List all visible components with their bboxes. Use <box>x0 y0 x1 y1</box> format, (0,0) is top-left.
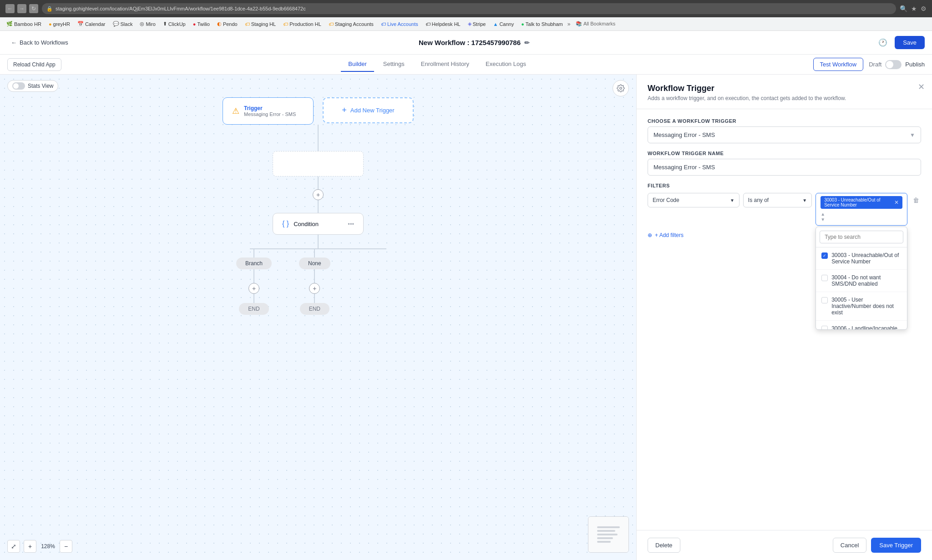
canvas-settings-icon[interactable] <box>613 80 629 96</box>
reload-child-app-btn[interactable]: Reload Child App <box>7 58 61 71</box>
tabs-right-section: Test Workflow Draft Publish <box>813 58 925 71</box>
bookmark-item[interactable]: 🌿 Bamboo HR <box>4 20 44 28</box>
delete-filter-btn[interactable]: 🗑 <box>911 193 921 207</box>
bookmark-item[interactable]: ● Talk to Shubham <box>518 20 566 28</box>
dropdown-option-1[interactable]: 30004 - Do not want SMS/DND enabled <box>816 270 907 292</box>
stepper-up-icon[interactable]: ▲ <box>821 212 825 217</box>
publish-toggle-group: Draft Publish <box>869 60 925 69</box>
bookmark-item[interactable]: 🏷 Helpdesk HL <box>423 20 463 28</box>
zoom-in-btn[interactable]: + <box>24 540 36 553</box>
v-line-2 <box>318 177 319 189</box>
stats-view-toggle[interactable]: Stats View <box>7 80 58 92</box>
stats-toggle-knob <box>13 83 19 89</box>
bookmark-item[interactable]: ● greyHR <box>46 20 73 28</box>
stats-toggle-switch <box>12 82 25 90</box>
bookmark-item[interactable]: ▲ Canny <box>490 20 517 28</box>
condition-node[interactable]: { } Condition ••• <box>273 213 364 235</box>
add-node-btn[interactable]: + <box>313 189 324 200</box>
bookmark-item[interactable]: ◈ Stripe <box>465 20 489 28</box>
test-workflow-btn[interactable]: Test Workflow <box>813 58 864 71</box>
dropdown-option-3[interactable]: 30006 - Landline/Incapable to <box>816 321 907 329</box>
all-bookmarks[interactable]: 📚 All Bookmarks <box>576 21 615 27</box>
canvas-zoom-controls: ⤢ + 128% − <box>7 540 72 553</box>
delete-trigger-btn[interactable]: Delete <box>648 538 680 553</box>
browser-back-btn[interactable]: ← <box>5 4 15 13</box>
filter-col-2: Is any of ▼ <box>743 193 812 207</box>
bookmark-item[interactable]: 🏷 Production HL <box>280 20 324 28</box>
canvas-area[interactable]: Stats View ⚠ Trigger Mess <box>0 75 636 560</box>
tag-input-area[interactable]: 30003 - Unreachable/Out of Service Numbe… <box>816 193 907 226</box>
filter-value-col: 30003 - Unreachable/Out of Service Numbe… <box>816 193 907 226</box>
cancel-btn[interactable]: Cancel <box>833 538 866 553</box>
none-col: None + END <box>299 248 330 315</box>
bookmark-item[interactable]: 💬 Slack <box>110 20 136 28</box>
panel-subtitle: Adds a workflow trigger, and on executio… <box>648 95 921 101</box>
publish-toggle[interactable] <box>885 60 902 69</box>
option-checkbox-1[interactable] <box>821 275 828 281</box>
bookmark-item[interactable]: ⬆ ClickUp <box>160 20 188 28</box>
filter-row: Error Code ▼ Is any of ▼ <box>648 193 921 226</box>
bookmarks-overflow[interactable]: » <box>567 21 571 27</box>
dropdown-option-2[interactable]: 30005 - User Inactive/Number does not ex… <box>816 292 907 321</box>
tab-execution-logs[interactable]: Execution Logs <box>478 57 533 72</box>
zoom-out-btn[interactable]: − <box>60 540 72 553</box>
bookmark-item[interactable]: 🏷 Staging HL <box>242 20 279 28</box>
save-trigger-btn[interactable]: Save Trigger <box>871 538 921 553</box>
tabs-bar: Reload Child App Builder Settings Enroll… <box>0 55 932 75</box>
back-arrow-icon: ← <box>11 39 17 46</box>
edit-title-icon[interactable]: ✏ <box>524 39 530 46</box>
stepper-arrows[interactable]: ▲ ▼ <box>821 212 825 222</box>
filter-search-input[interactable] <box>820 231 903 243</box>
trigger-node[interactable]: ⚠ Trigger Messaging Error - SMS <box>223 97 314 125</box>
dropdown-option-0[interactable]: ✓ 30003 - Unreachable/Out of Service Num… <box>816 247 907 270</box>
chevron-down-icon: ▼ <box>730 198 734 203</box>
bookmark-item[interactable]: ● Twilio <box>190 20 213 28</box>
browser-fwd-btn[interactable]: → <box>17 4 26 13</box>
stepper-down-icon[interactable]: ▼ <box>821 217 825 222</box>
browser-reload-btn[interactable]: ↻ <box>29 4 38 13</box>
nav-right: 🕐 Save <box>876 36 925 49</box>
option-checkbox-0[interactable]: ✓ <box>821 252 828 259</box>
add-trigger-node[interactable]: + Add New Trigger <box>323 97 414 123</box>
search-icon[interactable]: 🔍 <box>900 5 907 12</box>
history-btn[interactable]: 🕐 <box>876 36 889 49</box>
option-checkbox-3[interactable] <box>821 326 828 329</box>
bookmark-item[interactable]: 📅 Calendar <box>75 20 108 28</box>
error-code-select[interactable]: Error Code ▼ <box>648 193 740 207</box>
expand-btn[interactable]: ⤢ <box>7 540 20 553</box>
branch-label[interactable]: Branch <box>236 257 272 269</box>
extension-icon[interactable]: ⚙ <box>921 5 927 12</box>
branch-stem-left <box>253 248 254 257</box>
tag-chip-remove-btn[interactable]: ✕ <box>894 199 899 206</box>
none-add-btn[interactable]: + <box>309 283 320 294</box>
chevron-down-icon: ▼ <box>910 132 915 138</box>
trigger-name-input[interactable] <box>648 159 921 176</box>
trigger-row: ⚠ Trigger Messaging Error - SMS + Add Ne… <box>223 97 414 125</box>
bookmark-item[interactable]: ◐ Pendo <box>214 20 240 28</box>
address-bar[interactable]: 🔒 staging.gohighlevel.com/location/AQjEm… <box>42 3 896 14</box>
none-end-node: END <box>300 303 329 315</box>
branch-end-node: END <box>239 303 268 315</box>
option-checkbox-2[interactable] <box>821 297 828 303</box>
branch-add-btn[interactable]: + <box>248 283 259 294</box>
tab-builder[interactable]: Builder <box>341 57 374 72</box>
canvas-toolbar: Stats View <box>7 80 58 92</box>
bookmark-item[interactable]: 🏷 Live Accounts <box>378 20 421 28</box>
save-button[interactable]: Save <box>895 36 925 49</box>
condition-menu-btn[interactable]: ••• <box>348 221 354 227</box>
panel-close-btn[interactable]: ✕ <box>918 82 925 92</box>
dropdown-options: ✓ 30003 - Unreachable/Out of Service Num… <box>816 247 907 329</box>
toggle-knob <box>886 61 893 68</box>
back-to-workflows-btn[interactable]: ← Back to Workflows <box>7 37 72 48</box>
trigger-warning-icon: ⚠ <box>232 106 239 116</box>
tab-enrollment-history[interactable]: Enrollment History <box>414 57 476 72</box>
bookmark-item[interactable]: 🏷 Staging Accounts <box>326 20 376 28</box>
condition-select[interactable]: Is any of ▼ <box>743 193 812 207</box>
tab-settings[interactable]: Settings <box>376 57 412 72</box>
none-label[interactable]: None <box>299 257 330 269</box>
trigger-type-select[interactable]: Messaging Error - SMS ▼ <box>648 126 921 143</box>
browser-nav[interactable]: ← → ↻ <box>5 4 38 13</box>
bookmark-item[interactable]: ◎ Miro <box>137 20 158 28</box>
bookmark-icon[interactable]: ★ <box>911 5 917 12</box>
filter-dropdown: ✓ 30003 - Unreachable/Out of Service Num… <box>816 227 907 330</box>
